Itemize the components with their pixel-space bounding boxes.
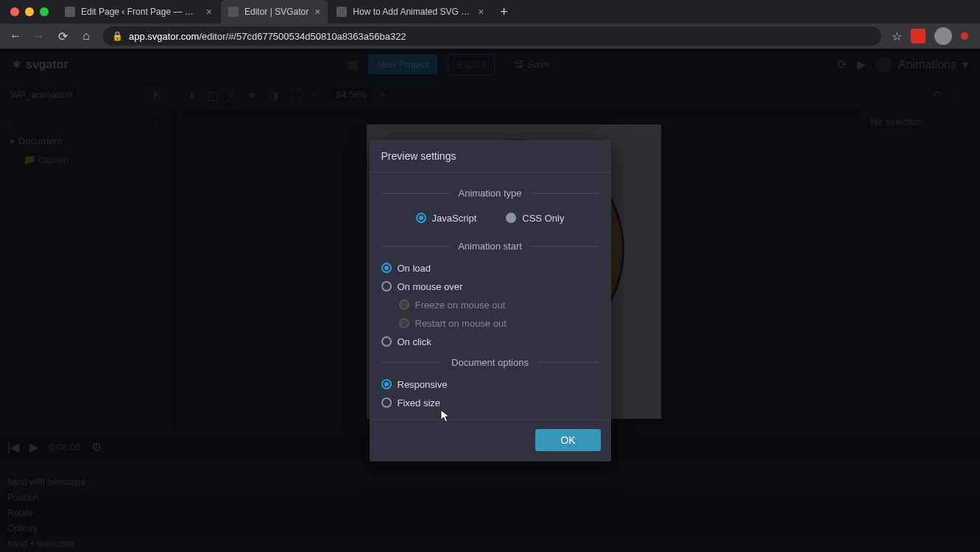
preview-settings-modal: Preview settings Animation type JavaScri… <box>370 140 611 461</box>
minimize-window-button[interactable] <box>25 7 34 16</box>
radio-icon <box>416 213 426 223</box>
extension-icon[interactable] <box>911 29 926 43</box>
radio-css-only[interactable]: CSS Only <box>506 209 564 227</box>
radio-on-load[interactable]: On load <box>381 259 599 277</box>
tab-title: Edit Page ‹ Front Page — WordP <box>81 7 200 17</box>
radio-icon <box>506 213 516 223</box>
new-tab-button[interactable]: + <box>493 4 515 20</box>
radio-on-mouse-over[interactable]: On mouse over <box>381 277 599 296</box>
close-icon[interactable]: × <box>206 6 212 18</box>
favicon-icon <box>65 7 75 17</box>
radio-fixed-size[interactable]: Fixed size <box>381 394 599 412</box>
favicon-icon <box>336 7 347 17</box>
home-button[interactable]: ⌂ <box>80 29 93 43</box>
radio-icon <box>399 300 409 310</box>
radio-icon <box>381 281 392 291</box>
bookmark-icon[interactable]: ☆ <box>892 29 902 43</box>
radio-on-click[interactable]: On click <box>381 333 599 351</box>
tab-title: How to Add Animated SVG to W <box>353 7 472 17</box>
url-bar: ← → ⟳ ⌂ 🔒 app.svgator.com/editor/#/57cd6… <box>0 24 980 49</box>
ok-button[interactable]: OK <box>535 429 600 451</box>
radio-restart-on-mouse-out: Restart on mouse out <box>381 314 599 333</box>
close-icon[interactable]: × <box>314 6 320 18</box>
maximize-window-button[interactable] <box>40 7 49 16</box>
radio-icon <box>381 336 392 347</box>
back-button[interactable]: ← <box>9 29 22 43</box>
radio-icon <box>381 263 392 273</box>
browser-tab-2[interactable]: Editor | SVGator × <box>221 0 328 24</box>
radio-icon <box>381 379 392 389</box>
reload-button[interactable]: ⟳ <box>56 29 69 43</box>
close-icon[interactable]: × <box>478 6 484 18</box>
browser-tab-3[interactable]: How to Add Animated SVG to W × <box>329 0 491 24</box>
tab-title: Editor | SVGator <box>244 7 309 17</box>
section-animation-type: Animation type <box>381 188 599 199</box>
profile-avatar[interactable] <box>934 27 952 45</box>
lock-icon: 🔒 <box>112 31 123 41</box>
address-bar[interactable]: 🔒 app.svgator.com/editor/#/57cd677500534… <box>103 26 881 46</box>
url-text: app.svgator.com/editor/#/57cd677500534d5… <box>129 31 406 42</box>
window-controls <box>6 7 57 16</box>
forward-button[interactable]: → <box>32 29 46 43</box>
section-animation-start: Animation start <box>381 241 599 252</box>
favicon-icon <box>228 7 239 17</box>
radio-icon <box>381 397 392 408</box>
close-window-button[interactable] <box>10 7 19 16</box>
section-document-options: Document options <box>381 357 599 368</box>
notification-dot <box>961 32 968 40</box>
modal-overlay[interactable]: Preview settings Animation type JavaScri… <box>0 49 980 552</box>
radio-javascript[interactable]: JavaScript <box>416 209 477 227</box>
modal-title: Preview settings <box>370 140 611 173</box>
browser-tab-1[interactable]: Edit Page ‹ Front Page — WordP × <box>57 0 219 24</box>
tab-bar: Edit Page ‹ Front Page — WordP × Editor … <box>0 0 980 24</box>
radio-freeze-on-mouse-out: Freeze on mouse out <box>381 296 599 314</box>
browser-chrome: Edit Page ‹ Front Page — WordP × Editor … <box>0 0 980 49</box>
radio-icon <box>399 318 409 328</box>
radio-responsive[interactable]: Responsive <box>381 375 599 394</box>
